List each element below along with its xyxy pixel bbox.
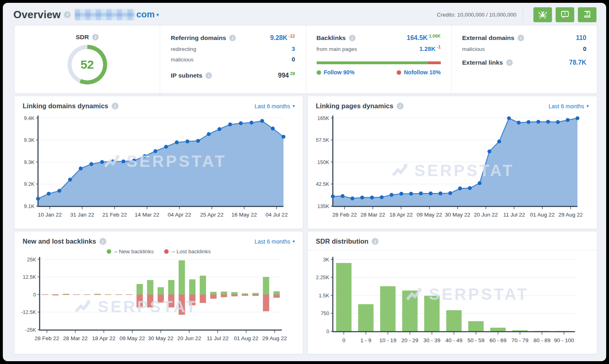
new-lost-chart[interactable]: SERPSTAT 25K12.5K0-12.5K-25K28 Feb 2228 …: [15, 255, 303, 347]
redirecting-label: redirecting: [171, 46, 196, 52]
svg-text:750: 750: [321, 311, 329, 316]
divider: [308, 250, 597, 250]
info-icon[interactable]: i: [229, 35, 236, 41]
svg-text:!: !: [564, 11, 566, 16]
chevron-down-icon: ▾: [156, 12, 159, 18]
follow-dot-icon: [317, 70, 321, 75]
domain-selector[interactable]: com ▾: [75, 9, 159, 20]
crawler-button[interactable]: [533, 7, 552, 22]
summary-stats-card: SDR i 52 Referring domainsi 9.28K-12 red…: [14, 25, 597, 94]
svg-text:28 Feb 22: 28 Feb 22: [332, 212, 357, 218]
svg-text:9.1K: 9.1K: [24, 204, 34, 209]
feedback-exclamation-icon: !: [560, 10, 569, 19]
svg-text:9.4K: 9.4K: [24, 116, 34, 121]
backlinks-block: Backlinksi 164.5K1.06K from main pages 1…: [306, 25, 452, 93]
external-domains-value[interactable]: 110: [576, 34, 586, 42]
linking-pages-chart[interactable]: SERPSTAT 165K57.5K150K42.5K135K28 Feb 22…: [308, 112, 597, 224]
sdr-distribution-card: SDR distribution i SERPSTAT 3K2.25K1.5K7…: [307, 231, 597, 354]
help-button[interactable]: ?: [578, 7, 596, 22]
backlinks-delta: 1.06K: [429, 34, 440, 38]
info-icon[interactable]: i: [112, 103, 118, 109]
from-main-pages-value[interactable]: 1.28K: [419, 45, 436, 52]
external-links-value[interactable]: 78.7K: [569, 59, 586, 66]
referring-domains-delta: -12: [289, 34, 295, 38]
backlinks-label: Backlinks: [317, 34, 346, 42]
svg-text:70 - 79: 70 - 79: [512, 337, 529, 343]
spider-icon: [538, 10, 548, 19]
svg-text:28 Feb 22: 28 Feb 22: [35, 335, 59, 341]
info-icon[interactable]: i: [349, 35, 355, 41]
svg-text:?: ?: [586, 11, 588, 16]
new-lost-title: New and lost backlinks: [23, 238, 96, 245]
malicious-label: malicious: [171, 57, 193, 63]
linking-domains-title: Linking domains dynamics: [23, 102, 108, 110]
svg-text:1 - 9: 1 - 9: [360, 337, 371, 343]
svg-text:20 Jun 22: 20 Jun 22: [474, 212, 498, 218]
svg-text:30 May 22: 30 May 22: [445, 212, 470, 218]
svg-text:0: 0: [342, 337, 345, 343]
svg-text:20 Jun 22: 20 Jun 22: [177, 335, 201, 341]
svg-text:135K: 135K: [317, 204, 330, 209]
follow-nofollow-bar: [317, 61, 441, 64]
svg-text:50 - 59: 50 - 59: [467, 337, 484, 343]
linking-pages-range-select[interactable]: Last 6 months▾: [549, 103, 589, 109]
svg-text:3K: 3K: [323, 257, 330, 263]
follow-legend[interactable]: Follow 90%: [317, 69, 355, 76]
svg-text:29 Aug 22: 29 Aug 22: [558, 212, 582, 218]
external-links-label: External links: [462, 59, 503, 66]
new-lost-range-select[interactable]: Last 6 months▾: [255, 238, 295, 245]
linking-pages-title: Linking pages dynamics: [316, 102, 393, 110]
svg-text:28 Mar 22: 28 Mar 22: [361, 212, 385, 218]
linking-domains-range-select[interactable]: Last 6 months▾: [255, 103, 295, 109]
nofollow-legend[interactable]: Nofollow 10%: [397, 69, 441, 76]
sdr-value: 52: [80, 58, 94, 72]
lost-backlinks-legend-item: – Lost backlinks: [164, 248, 211, 255]
info-icon[interactable]: i: [518, 35, 524, 41]
feedback-button[interactable]: !: [556, 7, 574, 22]
backlinks-value[interactable]: 164.5K: [407, 34, 428, 41]
svg-text:9.2K: 9.2K: [24, 181, 34, 187]
linking-domains-card: Linking domains dynamics i Last 6 months…: [14, 96, 303, 229]
svg-text:12.5K: 12.5K: [23, 274, 36, 280]
info-icon[interactable]: i: [99, 238, 106, 245]
svg-text:09 May 22: 09 May 22: [417, 212, 442, 218]
sdr-distribution-title: SDR distribution: [316, 238, 368, 245]
svg-text:01 Aug 22: 01 Aug 22: [234, 335, 258, 341]
svg-text:10 - 19: 10 - 19: [379, 337, 396, 343]
info-icon[interactable]: i: [64, 11, 71, 18]
external-domains-label: External domains: [462, 34, 514, 42]
svg-text:28 Mar 22: 28 Mar 22: [63, 335, 88, 341]
svg-text:25K: 25K: [27, 257, 36, 263]
svg-text:04 Jul 22: 04 Jul 22: [266, 212, 288, 218]
svg-text:18 Apr 22: 18 Apr 22: [92, 335, 116, 341]
linking-domains-chart[interactable]: SERPSTAT 9.4K9.3K9.3K9.2K9.1K10 Jan 2231…: [15, 112, 303, 224]
svg-text:20 - 29: 20 - 29: [402, 337, 419, 343]
new-lost-legend: – New backlinks – Lost backlinks: [15, 248, 303, 255]
info-icon[interactable]: i: [205, 72, 212, 79]
app-background: Overview i com ▾ Credits: 10,000,000 / 1…: [3, 3, 606, 361]
svg-text:30 - 39: 30 - 39: [423, 337, 440, 343]
header: Overview i com ▾ Credits: 10,000,000 / 1…: [3, 3, 606, 26]
info-icon[interactable]: i: [506, 59, 513, 66]
referring-domains-value[interactable]: 9.28K: [270, 34, 288, 41]
info-icon[interactable]: i: [92, 34, 99, 40]
ip-subnets-label: IP subnets: [171, 72, 202, 79]
sdr-gauge: 52: [68, 45, 107, 84]
svg-text:21 Feb 22: 21 Feb 22: [102, 212, 127, 218]
malicious-value: 0: [292, 56, 295, 63]
svg-text:30 May 22: 30 May 22: [148, 335, 173, 341]
info-icon[interactable]: i: [397, 103, 404, 109]
referring-domains-label: Referring domains: [171, 34, 226, 42]
new-backlinks-dot-icon: [107, 249, 111, 254]
external-block: External domainsi 110 malicious 0 Extern…: [452, 25, 597, 93]
referring-domains-block: Referring domainsi 9.28K-12 redirecting …: [160, 25, 306, 93]
svg-text:9.3K: 9.3K: [24, 160, 34, 165]
follow-bar-fill: [317, 61, 429, 64]
svg-text:90 - 100: 90 - 100: [554, 337, 574, 343]
domain-suffix: com: [136, 9, 154, 20]
info-icon[interactable]: i: [372, 238, 379, 245]
sdr-distribution-chart[interactable]: SERPSTAT 3K2.25K1.5K750001 - 910 - 1920 …: [308, 255, 597, 349]
blurred-domain: [75, 9, 135, 20]
from-main-pages-label: from main pages: [317, 46, 357, 52]
redirecting-value[interactable]: 3: [292, 45, 295, 52]
